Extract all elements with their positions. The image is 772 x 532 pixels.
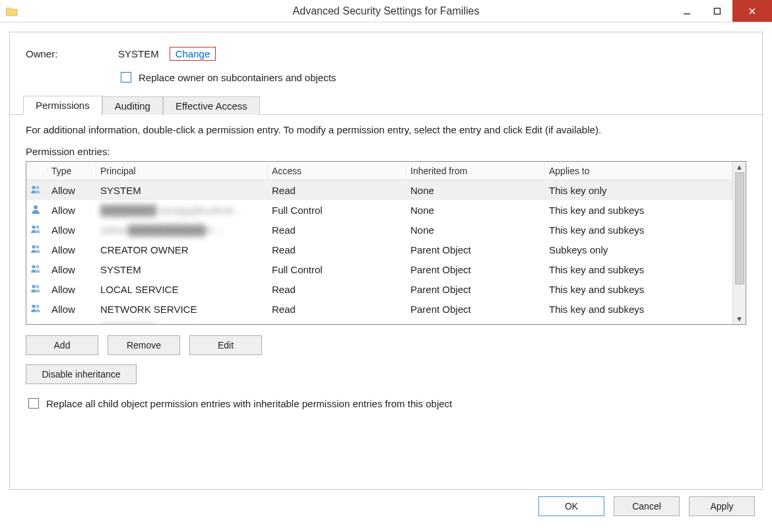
group-icon [26,261,48,278]
replace-owner-label: Replace owner on subcontainers and objec… [139,72,336,83]
listview-header: Type Principal Access Inherited from App… [26,162,732,180]
change-owner-link[interactable]: Change [170,47,216,61]
cell-access: Read [268,302,406,317]
cell-inherited: None [406,203,545,218]
cell-inherited: None [406,183,545,198]
cell-access: Read [268,222,406,238]
permission-entries-label: Permission entries: [26,146,746,157]
cell-principal: LOCAL SERVICE [96,282,268,297]
tabstrip: Permissions Auditing Effective Access [10,94,762,115]
apply-button[interactable]: Apply [689,496,755,516]
cell-applies: This key and subkeys [545,321,732,325]
group-icon [26,182,48,199]
cell-access: Full Control [268,203,406,218]
add-button[interactable]: Add [26,335,98,355]
maximize-button[interactable] [702,0,732,22]
svg-point-11 [32,265,35,268]
cell-type: Allow [48,321,96,325]
svg-point-7 [32,225,35,228]
table-row[interactable]: Allow████████ (axalgg@outlook…Full Contr… [26,200,732,220]
tab-effective-access[interactable]: Effective Access [163,96,260,115]
user-icon [26,202,48,218]
svg-point-5 [36,185,39,189]
cell-type: Allow [48,183,96,198]
cell-applies: This key and subkeys [545,222,732,238]
cell-applies: This key and subkeys [545,203,732,218]
cancel-button[interactable]: Cancel [614,496,680,516]
col-access[interactable]: Access [268,163,406,179]
cell-principal: Admin███████████m… [96,222,268,238]
scroll-up-icon[interactable]: ▲ [736,163,743,171]
disable-inheritance-button[interactable]: Disable inheritance [26,364,137,384]
svg-point-13 [32,284,35,288]
cell-access: Read [268,183,406,198]
cell-principal: ████████ (dudiag@outlook… [96,321,268,325]
svg-point-8 [36,225,39,228]
cell-type: Allow [48,242,96,257]
user-icon [26,321,48,325]
edit-button[interactable]: Edit [189,335,262,355]
group-icon [26,301,48,317]
cell-applies: This key and subkeys [545,262,732,277]
table-row[interactable]: AllowSYSTEMFull ControlParent ObjectThis… [26,259,732,279]
col-type[interactable]: Type [48,163,96,179]
close-button[interactable] [732,0,772,22]
table-row[interactable]: AllowNETWORK SERVICEReadParent ObjectThi… [26,299,732,319]
cell-access: Read [268,321,406,325]
col-inherited[interactable]: Inherited from [406,163,545,179]
permission-listview[interactable]: Type Principal Access Inherited from App… [26,161,746,325]
listview-scrollbar[interactable]: ▲ ▼ [732,162,746,324]
table-row[interactable]: AllowLOCAL SERVICEReadParent ObjectThis … [26,279,732,299]
svg-point-9 [32,245,35,248]
cell-principal: NETWORK SERVICE [96,302,268,317]
col-applies[interactable]: Applies to [545,163,732,179]
cell-applies: This key and subkeys [545,282,732,297]
titlebar: Advanced Security Settings for Families [0,0,772,22]
folder-icon [5,5,18,18]
svg-point-17 [34,324,38,325]
ok-button[interactable]: OK [538,496,604,516]
replace-owner-checkbox[interactable] [121,72,131,83]
scroll-down-icon[interactable]: ▼ [736,315,743,323]
svg-point-10 [36,245,39,248]
table-row[interactable]: AllowSYSTEMReadNoneThis key only [26,180,732,200]
table-row[interactable]: AllowCREATOR OWNERReadParent ObjectSubke… [26,240,732,259]
svg-point-6 [34,205,38,209]
svg-point-12 [36,265,39,268]
svg-point-15 [32,304,35,308]
replace-child-label: Replace all child object permission entr… [46,398,452,409]
cell-applies: This key and subkeys [545,302,732,317]
svg-rect-1 [715,8,721,14]
group-icon [26,222,48,238]
cell-inherited: Parent Object [406,282,545,297]
cell-inherited: Parent Object [406,302,545,317]
cell-principal: SYSTEM [96,183,268,198]
cell-type: Allow [48,282,96,297]
cell-inherited: Parent Object [406,242,545,257]
window-title: Advanced Security Settings for Families [0,5,772,17]
tab-permissions[interactable]: Permissions [23,96,102,115]
cell-principal: CREATOR OWNER [96,242,268,257]
remove-button[interactable]: Remove [108,335,180,355]
scroll-thumb[interactable] [735,172,744,284]
cell-access: Read [268,242,406,257]
cell-access: Read [268,282,406,297]
col-principal[interactable]: Principal [96,163,268,179]
cell-type: Allow [48,262,96,277]
replace-child-checkbox[interactable] [28,398,39,409]
minimize-button[interactable] [672,0,702,22]
tab-auditing[interactable]: Auditing [102,96,163,115]
svg-point-14 [36,284,39,288]
cell-principal: SYSTEM [96,262,268,277]
cell-type: Allow [48,222,96,238]
cell-applies: This key only [545,183,732,198]
group-icon [26,242,48,258]
cell-type: Allow [48,203,96,218]
cell-access: Full Control [268,262,406,277]
svg-point-16 [36,304,39,308]
table-row[interactable]: AllowAdmin███████████m…ReadNoneThis key … [26,220,732,240]
hint-text: For additional information, double-click… [26,124,746,135]
group-icon [26,281,48,298]
table-row[interactable]: Allow████████ (dudiag@outlook…ReadParent… [26,319,732,324]
owner-value: SYSTEM [118,48,159,59]
